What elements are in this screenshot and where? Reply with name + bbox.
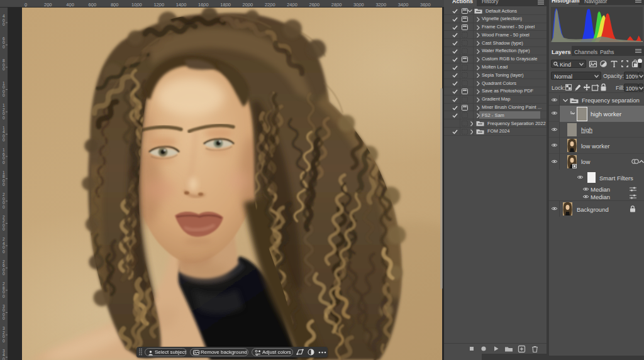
svg-text:0: 0 bbox=[3, 357, 5, 360]
svg-text:0: 0 bbox=[3, 45, 5, 49]
svg-text:0: 0 bbox=[3, 22, 5, 26]
svg-text:0: 0 bbox=[3, 160, 5, 165]
svg-text:0: 0 bbox=[3, 339, 5, 343]
svg-text:0: 0 bbox=[3, 138, 5, 142]
svg-text:0: 0 bbox=[3, 227, 5, 231]
svg-text:0: 0 bbox=[3, 249, 5, 254]
svg-text:0: 0 bbox=[3, 294, 5, 298]
svg-text:0: 0 bbox=[3, 93, 5, 97]
svg-text:0: 0 bbox=[3, 271, 5, 276]
svg-text:0: 0 bbox=[3, 116, 5, 120]
svg-text:0: 0 bbox=[3, 67, 5, 71]
svg-text:0: 0 bbox=[3, 205, 5, 209]
svg-text:0: 0 bbox=[3, 182, 5, 187]
svg-text:0: 0 bbox=[3, 316, 5, 320]
